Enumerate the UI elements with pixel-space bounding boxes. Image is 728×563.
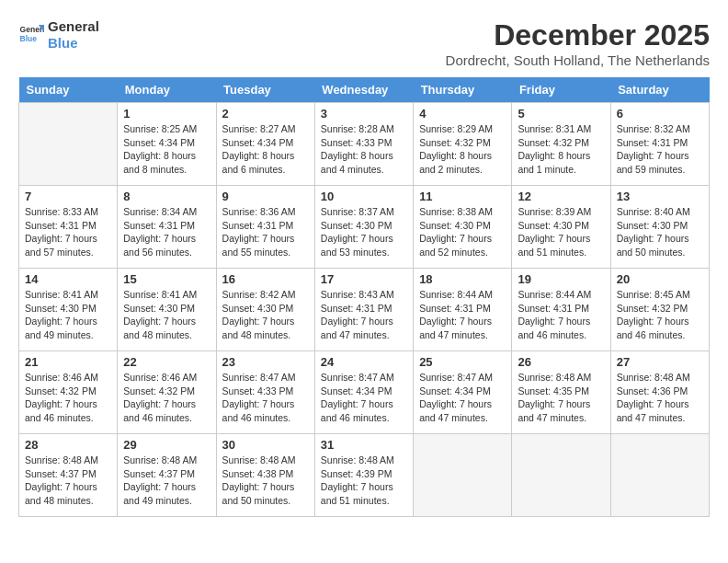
cell-content: 20Sunrise: 8:45 AMSunset: 4:32 PMDayligh… <box>617 272 703 342</box>
day-number: 25 <box>419 355 506 369</box>
calendar-cell: 25Sunrise: 8:47 AMSunset: 4:34 PMDayligh… <box>414 351 512 434</box>
calendar-cell: 24Sunrise: 8:47 AMSunset: 4:34 PMDayligh… <box>314 351 413 434</box>
day-info: Sunrise: 8:38 AMSunset: 4:30 PMDaylight:… <box>419 205 506 259</box>
day-info: Sunrise: 8:46 AMSunset: 4:32 PMDaylight:… <box>25 371 111 425</box>
cell-content: 30Sunrise: 8:48 AMSunset: 4:38 PMDayligh… <box>222 438 309 508</box>
logo-text-line1: General <box>48 18 99 35</box>
day-number: 11 <box>419 190 506 203</box>
cell-content: 10Sunrise: 8:37 AMSunset: 4:30 PMDayligh… <box>321 190 407 259</box>
calendar-week-row: 14Sunrise: 8:41 AMSunset: 4:30 PMDayligh… <box>19 269 710 351</box>
calendar-cell: 3Sunrise: 8:28 AMSunset: 4:33 PMDaylight… <box>314 103 413 186</box>
logo: General Blue General Blue <box>18 18 99 52</box>
day-info: Sunrise: 8:45 AMSunset: 4:32 PMDaylight:… <box>617 288 703 342</box>
day-number: 30 <box>222 438 309 452</box>
calendar-header-row: SundayMondayTuesdayWednesdayThursdayFrid… <box>19 77 710 103</box>
calendar-cell: 4Sunrise: 8:29 AMSunset: 4:32 PMDaylight… <box>414 103 512 186</box>
day-info: Sunrise: 8:42 AMSunset: 4:30 PMDaylight:… <box>222 288 309 342</box>
day-info: Sunrise: 8:41 AMSunset: 4:30 PMDaylight:… <box>123 288 210 342</box>
day-number: 8 <box>123 190 210 203</box>
calendar-day-header: Sunday <box>19 77 118 103</box>
cell-content: 25Sunrise: 8:47 AMSunset: 4:34 PMDayligh… <box>419 355 506 425</box>
cell-content: 17Sunrise: 8:43 AMSunset: 4:31 PMDayligh… <box>321 272 407 342</box>
calendar-cell: 27Sunrise: 8:48 AMSunset: 4:36 PMDayligh… <box>610 351 709 434</box>
calendar-cell: 10Sunrise: 8:37 AMSunset: 4:30 PMDayligh… <box>314 186 413 269</box>
calendar-cell: 12Sunrise: 8:39 AMSunset: 4:30 PMDayligh… <box>512 186 610 269</box>
cell-content: 9Sunrise: 8:36 AMSunset: 4:31 PMDaylight… <box>222 190 309 259</box>
day-number: 13 <box>617 190 703 203</box>
day-info: Sunrise: 8:27 AMSunset: 4:34 PMDaylight:… <box>222 122 309 177</box>
cell-content: 19Sunrise: 8:44 AMSunset: 4:31 PMDayligh… <box>518 272 604 342</box>
day-info: Sunrise: 8:48 AMSunset: 4:36 PMDaylight:… <box>617 371 703 425</box>
cell-content: 5Sunrise: 8:31 AMSunset: 4:32 PMDaylight… <box>518 107 604 177</box>
day-info: Sunrise: 8:47 AMSunset: 4:34 PMDaylight:… <box>419 371 506 425</box>
logo-icon: General Blue <box>18 22 44 48</box>
day-info: Sunrise: 8:47 AMSunset: 4:34 PMDaylight:… <box>321 371 407 425</box>
cell-content: 3Sunrise: 8:28 AMSunset: 4:33 PMDaylight… <box>321 107 407 177</box>
day-number: 26 <box>518 355 604 369</box>
day-info: Sunrise: 8:31 AMSunset: 4:32 PMDaylight:… <box>518 122 604 177</box>
title-section: December 2025 Dordrecht, South Holland, … <box>446 18 710 68</box>
calendar-cell: 30Sunrise: 8:48 AMSunset: 4:38 PMDayligh… <box>216 434 314 517</box>
calendar-week-row: 1Sunrise: 8:25 AMSunset: 4:34 PMDaylight… <box>19 103 710 186</box>
calendar-cell: 17Sunrise: 8:43 AMSunset: 4:31 PMDayligh… <box>314 269 413 351</box>
day-info: Sunrise: 8:48 AMSunset: 4:38 PMDaylight:… <box>222 454 309 508</box>
calendar-cell: 26Sunrise: 8:48 AMSunset: 4:35 PMDayligh… <box>512 351 610 434</box>
day-number: 10 <box>321 190 407 203</box>
cell-content: 18Sunrise: 8:44 AMSunset: 4:31 PMDayligh… <box>419 272 506 342</box>
calendar-table: SundayMondayTuesdayWednesdayThursdayFrid… <box>18 77 710 517</box>
day-info: Sunrise: 8:39 AMSunset: 4:30 PMDaylight:… <box>518 205 604 259</box>
calendar-cell: 23Sunrise: 8:47 AMSunset: 4:33 PMDayligh… <box>216 351 314 434</box>
calendar-cell: 13Sunrise: 8:40 AMSunset: 4:30 PMDayligh… <box>610 186 709 269</box>
day-info: Sunrise: 8:44 AMSunset: 4:31 PMDaylight:… <box>419 288 506 342</box>
cell-content: 24Sunrise: 8:47 AMSunset: 4:34 PMDayligh… <box>321 355 407 425</box>
day-number: 16 <box>222 272 309 286</box>
calendar-cell <box>610 434 709 517</box>
cell-content: 26Sunrise: 8:48 AMSunset: 4:35 PMDayligh… <box>518 355 604 425</box>
day-number: 7 <box>25 190 111 203</box>
calendar-cell: 9Sunrise: 8:36 AMSunset: 4:31 PMDaylight… <box>216 186 314 269</box>
day-info: Sunrise: 8:25 AMSunset: 4:34 PMDaylight:… <box>123 122 210 177</box>
cell-content: 28Sunrise: 8:48 AMSunset: 4:37 PMDayligh… <box>25 438 111 508</box>
calendar-cell: 31Sunrise: 8:48 AMSunset: 4:39 PMDayligh… <box>314 434 413 517</box>
page-header: General Blue General Blue December 2025 … <box>18 18 710 68</box>
calendar-cell: 20Sunrise: 8:45 AMSunset: 4:32 PMDayligh… <box>610 269 709 351</box>
cell-content: 6Sunrise: 8:32 AMSunset: 4:31 PMDaylight… <box>617 107 703 177</box>
calendar-cell: 1Sunrise: 8:25 AMSunset: 4:34 PMDaylight… <box>118 103 216 186</box>
day-info: Sunrise: 8:29 AMSunset: 4:32 PMDaylight:… <box>419 122 506 177</box>
calendar-cell: 22Sunrise: 8:46 AMSunset: 4:32 PMDayligh… <box>118 351 216 434</box>
day-info: Sunrise: 8:32 AMSunset: 4:31 PMDaylight:… <box>617 122 703 177</box>
day-number: 22 <box>123 355 210 369</box>
cell-content: 11Sunrise: 8:38 AMSunset: 4:30 PMDayligh… <box>419 190 506 259</box>
day-number: 5 <box>518 107 604 121</box>
day-info: Sunrise: 8:47 AMSunset: 4:33 PMDaylight:… <box>222 371 309 425</box>
calendar-cell: 15Sunrise: 8:41 AMSunset: 4:30 PMDayligh… <box>118 269 216 351</box>
day-number: 12 <box>518 190 604 203</box>
day-number: 4 <box>419 107 506 121</box>
day-info: Sunrise: 8:34 AMSunset: 4:31 PMDaylight:… <box>123 205 210 259</box>
calendar-day-header: Wednesday <box>314 77 413 103</box>
cell-content: 1Sunrise: 8:25 AMSunset: 4:34 PMDaylight… <box>123 107 210 177</box>
day-info: Sunrise: 8:40 AMSunset: 4:30 PMDaylight:… <box>617 205 703 259</box>
calendar-cell: 6Sunrise: 8:32 AMSunset: 4:31 PMDaylight… <box>610 103 709 186</box>
cell-content: 16Sunrise: 8:42 AMSunset: 4:30 PMDayligh… <box>222 272 309 342</box>
day-number: 3 <box>321 107 407 121</box>
cell-content: 12Sunrise: 8:39 AMSunset: 4:30 PMDayligh… <box>518 190 604 259</box>
cell-content: 29Sunrise: 8:48 AMSunset: 4:37 PMDayligh… <box>123 438 210 508</box>
day-number: 18 <box>419 272 506 286</box>
cell-content: 21Sunrise: 8:46 AMSunset: 4:32 PMDayligh… <box>25 355 111 425</box>
day-number: 29 <box>123 438 210 452</box>
calendar-cell: 14Sunrise: 8:41 AMSunset: 4:30 PMDayligh… <box>19 269 118 351</box>
day-info: Sunrise: 8:46 AMSunset: 4:32 PMDaylight:… <box>123 371 210 425</box>
day-info: Sunrise: 8:48 AMSunset: 4:35 PMDaylight:… <box>518 371 604 425</box>
day-number: 9 <box>222 190 309 203</box>
calendar-week-row: 21Sunrise: 8:46 AMSunset: 4:32 PMDayligh… <box>19 351 710 434</box>
day-number: 1 <box>123 107 210 121</box>
day-number: 28 <box>25 438 111 452</box>
day-number: 17 <box>321 272 407 286</box>
day-number: 31 <box>321 438 407 452</box>
calendar-day-header: Friday <box>512 77 610 103</box>
day-number: 6 <box>617 107 703 121</box>
calendar-cell <box>512 434 610 517</box>
cell-content: 13Sunrise: 8:40 AMSunset: 4:30 PMDayligh… <box>617 190 703 259</box>
calendar-cell: 5Sunrise: 8:31 AMSunset: 4:32 PMDaylight… <box>512 103 610 186</box>
